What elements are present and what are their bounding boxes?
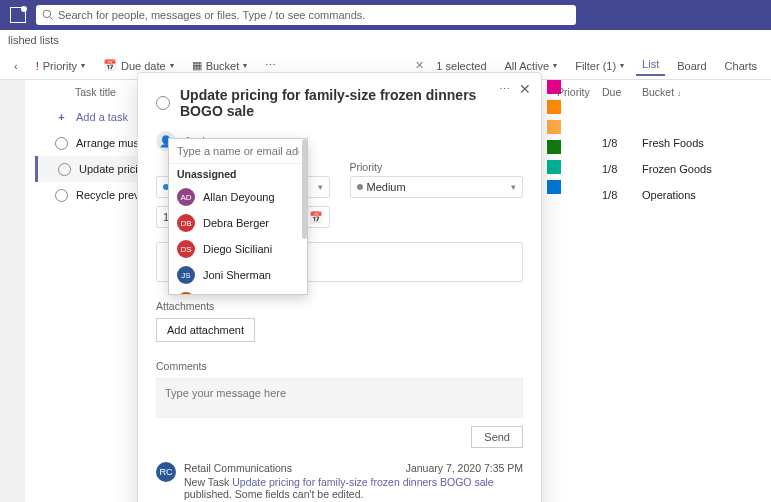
category-color[interactable] <box>547 160 561 174</box>
view-board[interactable]: Board <box>671 58 712 74</box>
complete-toggle[interactable] <box>58 163 71 176</box>
clear-selection-icon[interactable]: ✕ <box>415 59 424 72</box>
priority-select[interactable]: Medium▾ <box>350 176 524 198</box>
priority-label: Priority <box>350 161 524 173</box>
person-avatar: DB <box>177 214 195 232</box>
svg-point-0 <box>43 10 51 18</box>
assignee-search-input[interactable] <box>169 139 307 164</box>
view-list[interactable]: List <box>636 56 665 76</box>
task-row-meta: 1/8Operations <box>551 182 771 208</box>
assignee-picker: UnassignedADAllan DeyoungDBDebra BergerD… <box>168 138 308 295</box>
person-avatar: JS <box>177 266 195 284</box>
category-color[interactable] <box>547 140 561 154</box>
send-button[interactable]: Send <box>471 426 523 448</box>
person-name: Allan Deyoung <box>203 191 275 203</box>
search-icon <box>42 9 54 21</box>
person-avatar: AD <box>177 188 195 206</box>
filter-count[interactable]: Filter (1) ▾ <box>569 58 630 74</box>
person-avatar: JM <box>177 292 195 294</box>
back-chevron-icon[interactable]: ‹ <box>8 58 24 74</box>
category-color[interactable] <box>547 80 561 94</box>
priority-filter[interactable]: ! Priority ▾ <box>30 58 91 74</box>
scrollbar[interactable] <box>302 164 307 239</box>
col-due: Due <box>596 86 636 98</box>
activity-avatar: RC <box>156 462 176 482</box>
activity-message: New Task Update pricing for family-size … <box>184 476 523 500</box>
svg-line-1 <box>50 17 53 20</box>
category-colors <box>547 80 561 200</box>
calendar-icon: 📅 <box>309 211 323 224</box>
search-placeholder: Search for people, messages or files. Ty… <box>58 9 365 21</box>
activity-entry: RC Retail Communications January 7, 2020… <box>156 462 523 500</box>
person-avatar: DS <box>177 240 195 258</box>
comment-textarea[interactable] <box>165 387 514 407</box>
breadcrumb: lished lists <box>0 30 771 52</box>
compose-icon[interactable] <box>10 7 26 23</box>
person-name: Diego Siciliani <box>203 243 272 255</box>
picker-person-row[interactable]: JSJoni Sherman <box>169 262 307 288</box>
complete-toggle[interactable] <box>55 189 68 202</box>
close-icon[interactable]: ✕ <box>519 81 531 97</box>
picker-person-row[interactable]: DSDiego Siciliani <box>169 236 307 262</box>
category-color[interactable] <box>547 180 561 194</box>
attachments-label: Attachments <box>156 300 523 312</box>
complete-toggle[interactable] <box>156 96 170 110</box>
task-row-meta: 1/8Frozen Goods <box>551 156 771 182</box>
picker-person-row[interactable]: DBDebra Berger <box>169 210 307 236</box>
category-color[interactable] <box>547 120 561 134</box>
picker-person-row[interactable]: JMJordan Miller <box>169 288 307 294</box>
left-rail <box>0 80 25 502</box>
task-row-meta: 1/8Fresh Foods <box>551 130 771 156</box>
picker-person-row[interactable]: ADAllan Deyoung <box>169 184 307 210</box>
person-name: Joni Sherman <box>203 269 271 281</box>
picker-group-label: Unassigned <box>169 164 307 184</box>
comments-label: Comments <box>156 360 523 372</box>
activity-date: January 7, 2020 7:35 PM <box>406 462 523 474</box>
activity-author: Retail Communications <box>184 462 292 474</box>
person-name: Debra Berger <box>203 217 269 229</box>
view-charts[interactable]: Charts <box>719 58 763 74</box>
task-columns: Priority Due Bucket ↓ 1/8Fresh Foods 1/8… <box>551 80 771 208</box>
category-color[interactable] <box>547 100 561 114</box>
app-topbar: Search for people, messages or files. Ty… <box>0 0 771 30</box>
search-input[interactable]: Search for people, messages or files. Ty… <box>36 5 576 25</box>
comment-input[interactable] <box>156 378 523 418</box>
card-more-icon[interactable]: ⋯ <box>499 83 511 96</box>
task-title: Update pricing for family-size frozen di… <box>180 87 523 119</box>
col-bucket: Bucket ↓ <box>636 86 771 98</box>
add-attachment-button[interactable]: Add attachment <box>156 318 255 342</box>
complete-toggle[interactable] <box>55 137 68 150</box>
